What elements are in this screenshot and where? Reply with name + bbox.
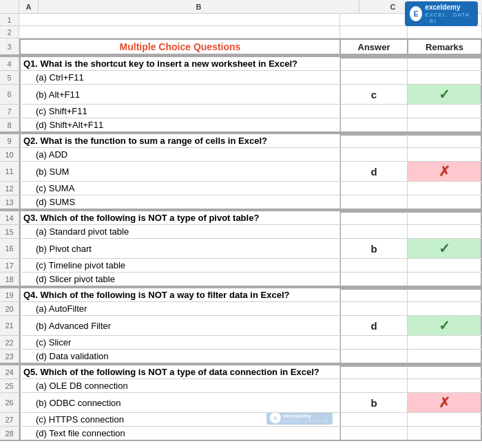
rownum-13: 13 bbox=[0, 195, 19, 209]
cell-6c-answer: c bbox=[340, 85, 408, 104]
rownum-6: 6 bbox=[0, 85, 19, 104]
cell-16c-answer: b bbox=[340, 239, 408, 258]
cell-9b: Q2. What is the function to sum a range … bbox=[19, 134, 340, 147]
cell-20b: (a) AutoFilter bbox=[19, 302, 340, 315]
cell-23c bbox=[340, 350, 408, 363]
cell-7c bbox=[340, 105, 408, 118]
rownum-14: 14 bbox=[0, 211, 19, 224]
cell-2c bbox=[340, 26, 408, 38]
row-25: 25 (a) OLE DB connection bbox=[0, 379, 482, 393]
row-2: 2 bbox=[0, 26, 482, 39]
rownum-9: 9 bbox=[0, 134, 19, 147]
cell-11c-answer: d bbox=[340, 162, 408, 181]
cell-9d bbox=[408, 134, 482, 147]
row-20: 20 (a) AutoFilter bbox=[0, 302, 482, 316]
cell-13c bbox=[340, 195, 408, 209]
logo-box: E exceldemy EXCEL · DATA · BI bbox=[405, 1, 478, 26]
cell-23b: (d) Data validation bbox=[19, 350, 340, 363]
cell-26d-remarks: ✗ bbox=[408, 393, 482, 412]
rownum-10: 10 bbox=[0, 148, 19, 161]
logo-brand: exceldemy bbox=[425, 3, 473, 12]
cell-28d bbox=[408, 427, 482, 440]
cell-5d bbox=[408, 71, 482, 84]
cell-12d bbox=[408, 182, 482, 195]
cell-21b: (b) Advanced Filter bbox=[19, 316, 340, 335]
cell-26c-answer: b bbox=[340, 393, 408, 412]
answer-header-label: Answer bbox=[358, 42, 390, 52]
cell-10c bbox=[340, 148, 408, 161]
cell-22b: (c) Slicer bbox=[19, 336, 340, 349]
cell-11b: (b) SUM bbox=[19, 162, 340, 181]
rownum-20: 20 bbox=[0, 302, 19, 315]
cell-18b: (d) Slicer pivot table bbox=[19, 273, 340, 286]
rownum-12: 12 bbox=[0, 182, 19, 195]
cell-12b: (c) SUMA bbox=[19, 182, 340, 195]
remarks-header-label: Remarks bbox=[426, 42, 463, 52]
rownum-16: 16 bbox=[0, 239, 19, 258]
row-16: 16 (b) Pivot chart b ✓ bbox=[0, 239, 482, 259]
rownum-2: 2 bbox=[0, 26, 19, 38]
logo-tagline: EXCEL · DATA · BI bbox=[425, 12, 473, 24]
cell-19d bbox=[408, 288, 482, 301]
rownum-23: 23 bbox=[0, 350, 19, 363]
row-8: 8 (d) Shift+Alt+F11 bbox=[0, 118, 482, 133]
logo-icon: E bbox=[410, 6, 422, 21]
cell-4d bbox=[408, 57, 482, 70]
rownum-21: 21 bbox=[0, 316, 19, 335]
row-13: 13 (d) SUMS bbox=[0, 195, 482, 210]
row-26: 26 (b) ODBC connection b ✗ bbox=[0, 393, 482, 413]
cell-16d-remarks: ✓ bbox=[408, 239, 482, 258]
cell-14d bbox=[408, 211, 482, 224]
cell-1b bbox=[19, 14, 340, 25]
cell-8d bbox=[408, 118, 482, 131]
logo-text-group: exceldemy EXCEL · DATA · BI bbox=[425, 3, 473, 24]
row-5: 5 (a) Ctrl+F11 bbox=[0, 71, 482, 85]
rownum-18: 18 bbox=[0, 273, 19, 286]
cell-15b: (a) Standard pivot table bbox=[19, 225, 340, 238]
cell-15d bbox=[408, 225, 482, 238]
cell-24d bbox=[408, 365, 482, 378]
cell-13b: (d) SUMS bbox=[19, 195, 340, 209]
mcq-title: Multiple Choice Questions bbox=[120, 41, 241, 52]
rownum-17: 17 bbox=[0, 259, 19, 272]
rownum-28: 28 bbox=[0, 427, 19, 440]
rownum-5: 5 bbox=[0, 71, 19, 84]
row-3: 3 Multiple Choice Questions Answer Remar… bbox=[0, 39, 482, 56]
rownum-3: 3 bbox=[0, 39, 19, 54]
cell-28c bbox=[340, 427, 408, 440]
spreadsheet: E exceldemy EXCEL · DATA · BI A B C D 1 … bbox=[0, 0, 482, 448]
cell-11d-remarks: ✗ bbox=[408, 162, 482, 181]
cell-1c bbox=[340, 14, 408, 25]
cell-23d bbox=[408, 350, 482, 363]
row-10: 10 (a) ADD bbox=[0, 148, 482, 162]
cell-16b: (b) Pivot chart bbox=[19, 239, 340, 258]
rownum-11: 11 bbox=[0, 162, 19, 181]
cell-2b bbox=[19, 26, 340, 38]
rownum-26: 26 bbox=[0, 393, 19, 412]
row-12: 12 (c) SUMA bbox=[0, 182, 482, 195]
cell-10b: (a) ADD bbox=[19, 148, 340, 161]
cell-8b: (d) Shift+Alt+F11 bbox=[19, 118, 340, 131]
cell-3b-header: Multiple Choice Questions bbox=[19, 39, 340, 54]
cell-7d bbox=[408, 105, 482, 118]
rownum-25: 25 bbox=[0, 379, 19, 392]
row-21: 21 (b) Advanced Filter d ✓ bbox=[0, 316, 482, 336]
cell-6d-remarks: ✓ bbox=[408, 85, 482, 104]
cell-12c bbox=[340, 182, 408, 195]
cell-4b: Q1. What is the shortcut key to insert a… bbox=[19, 57, 340, 70]
cell-27d bbox=[408, 413, 482, 426]
cell-26b: (b) ODBC connection bbox=[19, 393, 340, 412]
rownum-4: 4 bbox=[0, 57, 19, 70]
cell-27b: (c) HTTPS connection E exceldemy EXCEL ·… bbox=[19, 413, 340, 426]
cell-24b: Q5. Which of the following is NOT a type… bbox=[19, 365, 340, 378]
cell-24c bbox=[340, 365, 408, 378]
row-23: 23 (d) Data validation bbox=[0, 350, 482, 364]
cell-17b: (c) Timeline pivot table bbox=[19, 259, 340, 272]
rownum-8: 8 bbox=[0, 118, 19, 131]
col-header-b: B bbox=[39, 0, 359, 13]
cell-27c bbox=[340, 413, 408, 426]
cell-25c bbox=[340, 379, 408, 392]
row-14: 14 Q3. Which of the following is NOT a t… bbox=[0, 210, 482, 225]
cell-21c-answer: d bbox=[340, 316, 408, 335]
row-22: 22 (c) Slicer bbox=[0, 336, 482, 350]
